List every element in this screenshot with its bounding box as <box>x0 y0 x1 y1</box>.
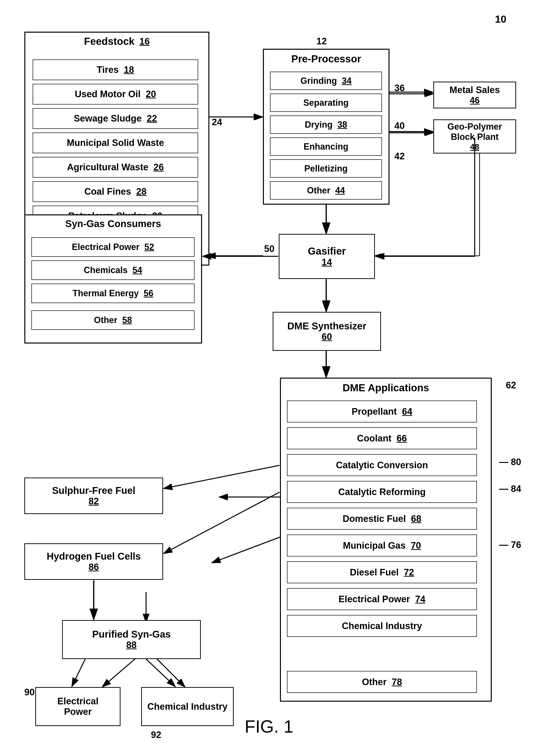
syn-gas-title: Syn-Gas Consumers <box>25 216 201 232</box>
dme-synthesizer-box: DME Synthesizer 60 <box>273 312 381 351</box>
syn-gas-other: Other 58 <box>31 310 194 330</box>
svg-line-10 <box>102 658 136 687</box>
metal-sales-box: Metal Sales 46 <box>433 82 516 108</box>
preprocessor-enhancing: Enhancing <box>270 137 382 156</box>
ref-84: — 84 <box>499 484 521 494</box>
ref-90: 90 <box>24 687 34 698</box>
dme-electrical-power: Electrical Power 74 <box>287 588 477 610</box>
dme-domestic-fuel: Domestic Fuel 68 <box>287 508 477 530</box>
dme-diesel-fuel: Diesel Fuel 72 <box>287 561 477 583</box>
dme-catalytic-reforming: Catalytic Reforming <box>287 481 477 503</box>
feedstock-agricultural-waste: Agricultural Waste 26 <box>32 157 198 178</box>
ref-12: 12 <box>316 36 327 46</box>
ref-42: 42 <box>394 151 404 161</box>
preprocessor-grinding: Grinding 34 <box>270 72 382 90</box>
feedstock-title: Feedstock 16 <box>25 32 208 50</box>
dme-catalytic-conversion: Catalytic Conversion <box>287 454 477 476</box>
ref-76: — 76 <box>499 540 521 550</box>
dme-coolant: Coolant 66 <box>287 427 477 449</box>
feedstock-sewage-sludge: Sewage Sludge 22 <box>32 108 198 129</box>
ref-80: — 80 <box>499 457 521 467</box>
purified-syn-gas-box: Purified Syn-Gas 88 <box>62 620 201 659</box>
syn-gas-thermal: Thermal Energy 56 <box>31 284 194 303</box>
preprocessor-container: Pre-Processor Grinding 34 Separating Dry… <box>263 49 390 205</box>
dme-municipal-gas: Municipal Gas 70 <box>287 535 477 556</box>
diagram: 10 Feedstock 16 Tires 18 Used Motor Oil … <box>0 0 538 756</box>
sulphur-free-box: Sulphur-Free Fuel 82 <box>24 477 163 514</box>
preprocessor-other: Other 44 <box>270 181 382 200</box>
fig-label: FIG. 1 <box>220 717 318 736</box>
hydrogen-fuel-cells-box: Hydrogen Fuel Cells 86 <box>24 543 163 580</box>
feedstock-coal-fines: Coal Fines 28 <box>32 181 198 202</box>
ref-50: 50 <box>264 244 274 254</box>
dme-propellant: Propellant 64 <box>287 401 477 422</box>
gasifier-box: Gasifier 14 <box>279 234 375 279</box>
dme-chemical-industry: Chemical Industry <box>287 615 477 637</box>
preprocessor-drying: Drying 38 <box>270 115 382 134</box>
syn-gas-electrical: Electrical Power 52 <box>31 237 194 257</box>
ref-36: 36 <box>394 83 404 93</box>
preprocessor-pelletizing: Pelletizing <box>270 159 382 178</box>
syn-gas-chemicals: Chemicals 54 <box>31 260 194 280</box>
preprocessor-separating: Separating <box>270 94 382 112</box>
dme-applications-container: DME Applications Propellant 64 Coolant 6… <box>280 378 492 702</box>
ref-40: 40 <box>394 121 404 131</box>
ref-92: 92 <box>151 730 161 740</box>
dme-applications-title: DME Applications <box>281 379 491 397</box>
feedstock-municipal-solid-waste: Municipal Solid Waste <box>32 133 198 153</box>
geo-polymer-box: Geo-Polymer Block Plant 48 <box>433 119 516 154</box>
electrical-power-out-box: Electrical Power <box>35 687 121 726</box>
ref-62: 62 <box>506 380 516 391</box>
chemical-industry-out-box: Chemical Industry <box>141 687 234 726</box>
svg-line-11 <box>156 658 185 687</box>
ref-24: 24 <box>212 117 222 127</box>
dme-other: Other 78 <box>287 671 477 693</box>
feedstock-used-motor-oil: Used Motor Oil 20 <box>32 84 198 104</box>
syn-gas-container: Syn-Gas Consumers Electrical Power 52 Ch… <box>24 215 202 344</box>
ref-10: 10 <box>495 13 506 25</box>
preprocessor-title: Pre-Processor <box>264 50 389 68</box>
feedstock-tires: Tires 18 <box>32 59 198 80</box>
